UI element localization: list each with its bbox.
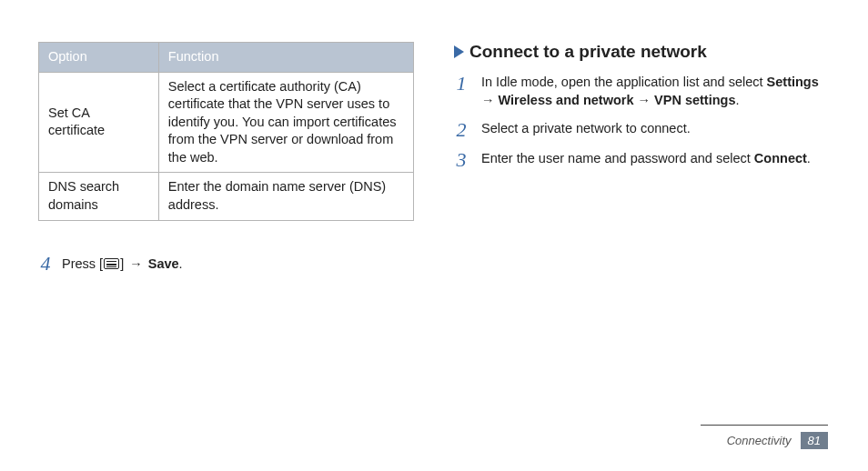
table-row: Set CA certificate Select a certificate … [39,72,414,173]
bold-text: Connect [754,151,807,165]
heading-text: Connect to a private network [469,42,707,62]
text: . [179,256,183,271]
options-table: Option Function Set CA certificate Selec… [38,42,414,221]
step-4: 4 Press [] → Save. [38,254,414,274]
step-body: Enter the user name and password and sel… [481,149,830,167]
section-name: Connectivity [727,434,792,447]
arrow-text: → [633,93,654,107]
left-column: Option Function Set CA certificate Selec… [38,42,414,274]
step-number: 2 [454,120,469,140]
th-function: Function [158,43,413,73]
table-header-row: Option Function [39,43,414,73]
text: In Idle mode, open the application list … [481,75,767,89]
text: . [735,93,739,107]
page-content: Option Function Set CA certificate Selec… [0,0,868,274]
bold-text: VPN settings [654,93,735,107]
text: Enter the user name and password and sel… [481,151,754,165]
step-body: Press [] → Save. [62,254,414,274]
page-footer: Connectivity 81 [727,432,828,449]
step-body: Select a private network to connect. [481,119,830,137]
footer-divider [701,425,828,426]
cell-function: Enter the domain name server (DNS) addre… [158,173,413,220]
page-number: 81 [801,432,828,449]
section-heading: Connect to a private network [454,42,830,62]
th-option: Option [39,43,159,73]
save-label: Save [148,256,179,271]
arrow-icon: → [129,256,143,271]
step-number: 4 [38,254,53,274]
bold-text: Wireless and network [499,93,634,107]
step-2: 2 Select a private network to connect. [454,119,830,140]
table-row: DNS search domains Enter the domain name… [39,173,414,220]
right-column: Connect to a private network 1 In Idle m… [454,42,830,274]
menu-icon [104,258,119,269]
step-body: In Idle mode, open the application list … [481,73,830,110]
step-3: 3 Enter the user name and password and s… [454,149,830,170]
cell-option: Set CA certificate [39,72,159,173]
arrow-text: → [481,93,499,107]
step-1: 1 In Idle mode, open the application lis… [454,73,830,110]
cell-function: Select a certificate authority (CA) cert… [158,72,413,173]
step-number: 1 [454,74,469,94]
bold-text: Settings [767,75,819,89]
text: Select a private network to connect. [481,121,691,135]
step-number: 3 [454,150,469,170]
chevron-right-icon [454,45,464,58]
text: ] [120,256,127,271]
text: . [807,151,811,165]
text: Press [ [62,256,103,271]
cell-option: DNS search domains [39,173,159,220]
